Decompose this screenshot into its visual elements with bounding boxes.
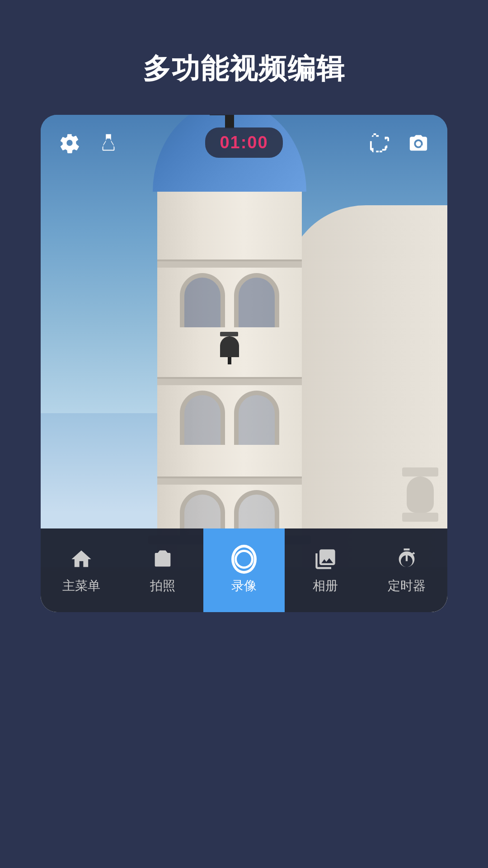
tab-record[interactable]: 录像: [203, 528, 285, 612]
tab-photo-label: 拍照: [150, 577, 175, 594]
filter-button[interactable]: [96, 130, 121, 156]
tab-home[interactable]: 主菜单: [41, 528, 122, 612]
album-icon: [313, 547, 338, 572]
camera-icon: [150, 547, 175, 572]
tab-record-label: 录像: [231, 577, 257, 594]
settings-button[interactable]: [57, 130, 82, 156]
tab-timer-label: 定时器: [388, 577, 426, 594]
tab-album[interactable]: 相册: [285, 528, 366, 612]
camera-topbar: 01:00: [41, 115, 447, 170]
page-title: 多功能视频编辑: [143, 50, 345, 88]
tab-photo[interactable]: 拍照: [122, 528, 203, 612]
flip-camera-button[interactable]: [406, 130, 431, 156]
tab-bar: 主菜单 拍照 录像: [41, 528, 447, 612]
tab-timer[interactable]: 定时器: [366, 528, 447, 612]
camera-card: 01:00: [41, 115, 447, 612]
aspect-ratio-button[interactable]: [367, 130, 392, 156]
home-icon: [69, 547, 94, 572]
record-icon: [231, 547, 257, 572]
timer-icon: [394, 547, 419, 572]
tab-album-label: 相册: [313, 577, 338, 594]
tab-home-label: 主菜单: [62, 577, 100, 594]
timer-display: 01:00: [205, 127, 282, 158]
